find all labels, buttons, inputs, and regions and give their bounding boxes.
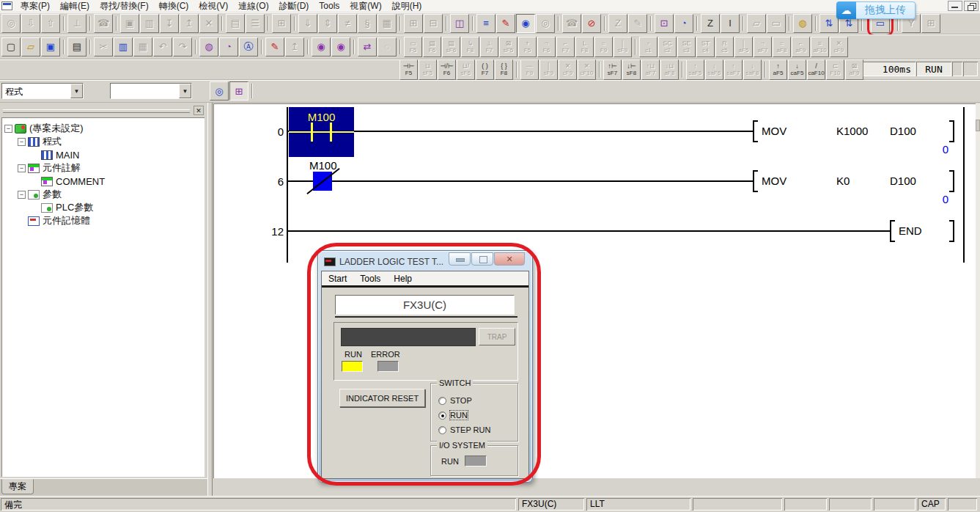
write-during-run-icon[interactable]: I [721,14,740,33]
fkey-line-f9[interactable]: =F9 [594,37,613,57]
device-use-list-icon[interactable]: ▦ [377,14,397,33]
indicator-reset-button[interactable]: INDICATOR RESET [339,389,425,407]
fkey-line-f8[interactable]: ↳F8 [461,37,479,57]
fkey-falling-pulse[interactable]: ↓⊢sF8 [622,59,641,80]
chevron-down-icon[interactable]: ▼ [179,84,191,98]
trap-button[interactable]: TRAP [479,328,515,345]
fkey-rising-branch[interactable]: ↑⊔aF7 [641,59,660,80]
sampling-trace-icon[interactable]: Z [608,14,627,33]
device-batch-icon[interactable]: ⊡ [655,14,674,33]
fkey-pulse-up[interactable]: ↑aF5 [769,59,787,80]
tree-item-comment[interactable]: COMMENT [3,175,203,188]
redo-icon[interactable]: ↷ [173,37,192,56]
fkey-af10[interactable]: ≡aF10 [811,37,829,57]
fkey-line-f5[interactable]: +F5 [518,37,537,57]
pan-hand-icon[interactable]: ☰ [246,14,265,33]
plc-write-icon[interactable]: ⇓ [298,14,317,33]
fkey-open-branch[interactable]: ⊔sF5 [419,59,437,80]
radio-dot[interactable] [438,426,446,434]
fkey-hline[interactable]: —F9 [520,59,539,80]
dial-setup-icon[interactable]: ☎ [94,14,113,33]
dialog-title-bar[interactable]: LADDER LOGIC TEST T... [324,255,443,269]
fkey-af5[interactable]: │aF5 [734,37,753,57]
fkey-rising-inv-branch[interactable]: ↑saF7 [724,59,743,80]
fkey-line-sf5[interactable]: ⊠sF5 [499,37,517,57]
menu-item[interactable]: 視窗(W) [345,0,386,12]
cross-reference-icon[interactable]: ⊞ [404,14,423,33]
window-in-icon[interactable]: ▭ [767,14,786,33]
branch-window-icon[interactable]: ⊟ [424,14,443,33]
expand-box[interactable]: − [18,191,26,199]
fkey-rule-f6[interactable]: ▤F6 [423,37,441,57]
cut-icon[interactable]: ✂ [94,37,113,56]
fkey-line-f6[interactable]: ¬F6 [537,37,556,57]
fkey-hline-del[interactable]: ✕cF9 [559,59,577,80]
monitor-mode-icon[interactable]: ◉ [516,14,535,33]
menu-item[interactable]: 診斷(D) [274,0,314,12]
find-doc-icon[interactable]: ◎ [210,81,229,100]
find-contact-icon[interactable]: ◔ [219,37,238,56]
fkey-rising-inv[interactable]: ↑saF5 [686,59,704,80]
dialog-close-button[interactable]: ✕ [494,252,525,266]
panel-grip[interactable]: ✕ [0,106,207,116]
fkey-falling-inv[interactable]: ↓saF6 [705,59,723,80]
remote-request-icon[interactable]: ☎ [562,14,581,33]
minimize-button[interactable] [948,1,962,11]
error-check-icon[interactable]: ≠ [338,14,357,33]
fkey-rule-f5[interactable]: ▭F5 [404,37,422,57]
panel-splitter[interactable] [207,103,213,496]
tree-item-plc-parameter[interactable]: PLC參數 [3,201,203,214]
dialog-minimize-button[interactable] [449,252,471,266]
instruction-op[interactable]: MOV [762,125,786,137]
drag-upload-button[interactable]: ☁ 拖拽上传 [836,1,915,19]
fkey-r-c5[interactable]: Rc5 [715,37,734,57]
fkey-line-f8b[interactable]: LF8 [575,37,594,57]
expand-box[interactable]: − [4,125,12,133]
menu-item[interactable]: 專案(P) [15,0,55,12]
row-delete-icon[interactable]: ↥ [180,14,199,33]
radio-dot[interactable] [438,412,446,420]
fkey-vline-del[interactable]: ✕cF10 [578,59,596,80]
fkey-falling-branch[interactable]: ↓⊔aF8 [660,59,679,80]
block-cut-icon[interactable]: ✕ [199,14,218,33]
fkey-coil[interactable]: ( )F7 [476,59,494,80]
find-prev-icon[interactable]: ⇧ [41,14,60,33]
menu-item[interactable]: 編輯(E) [55,0,95,12]
program-monitor-list-icon[interactable]: ⊞ [921,14,940,33]
block-select-combobox[interactable]: ▼ [110,83,192,99]
instruction-dst[interactable]: D100 [890,175,916,187]
instruction-dst[interactable]: D100 [890,125,916,137]
chevron-down-icon[interactable]: ▼ [70,84,83,98]
doc-export-icon[interactable]: ▤ [226,14,245,33]
fkey-open-contact[interactable]: ⊣⊢F5 [399,59,418,80]
fkey-vline[interactable]: │sF9 [539,59,558,80]
ladder-monitor-icon[interactable]: ◫ [450,14,469,33]
write-mode-icon[interactable]: ✎ [265,37,284,56]
remote-cancel-icon[interactable]: ⊘ [582,14,601,33]
fkey-af8[interactable]: =aF8 [773,37,791,57]
statement-edit-icon[interactable]: ✎ [496,14,515,33]
instruction-src[interactable]: K1000 [836,125,868,137]
project-tree-toggle-icon[interactable]: ⊞ [229,81,248,100]
device-test-icon[interactable]: ◍ [793,14,812,33]
instruction-src[interactable]: K0 [836,175,850,187]
online-change-icon[interactable]: Z [701,14,720,33]
vertical-scrollbar[interactable] [976,103,980,478]
radio-dot[interactable] [438,397,446,405]
fkey-sc-c2[interactable]: SCc2 [658,37,677,57]
plc-verify-icon[interactable]: ⇕ [318,14,337,33]
copy-icon[interactable]: ▥ [114,37,133,56]
comment-display-icon[interactable]: ≡ [476,14,495,33]
trace-setup-icon[interactable]: ◌ [377,37,397,56]
dialog-menu-item[interactable]: Help [387,272,419,285]
window-out-icon[interactable]: ▱ [747,14,766,33]
instruction-op[interactable]: MOV [762,175,786,187]
find-device-icon[interactable]: ◎ [1,14,21,33]
selected-contact-m100[interactable]: M100 [289,107,354,157]
expand-box[interactable]: − [18,138,26,146]
find-device-color-icon[interactable]: ◍ [199,37,218,56]
tree-item-device-memory[interactable]: 元件記憶體 [3,214,203,227]
new-doc-icon[interactable]: ▢ [1,37,21,56]
transfer-setup-icon[interactable]: ⇄ [358,37,377,56]
tree-item-main[interactable]: MAIN [3,148,203,161]
